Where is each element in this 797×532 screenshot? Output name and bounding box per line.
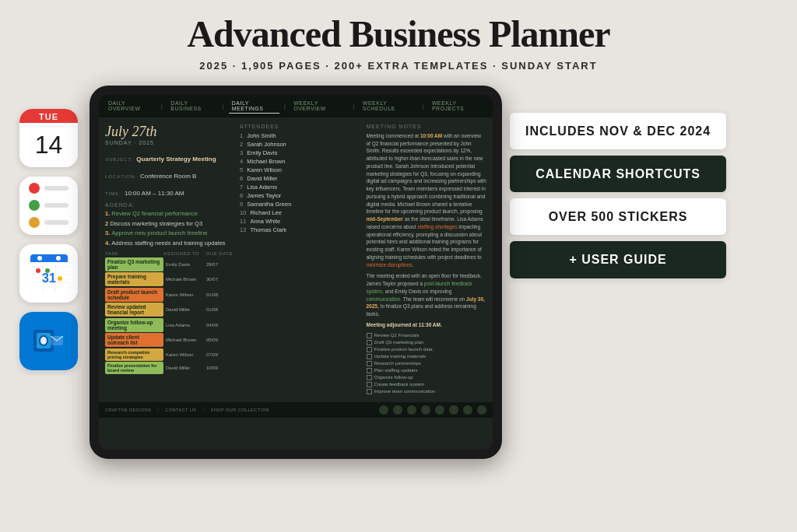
svg-text:31: 31 [42, 271, 56, 285]
header: Advanced Business Planner 2025 · 1,905 P… [0, 0, 797, 78]
attendee-8: 8 James Taylor [240, 192, 360, 199]
task-row: Finalize presentation for board review D… [105, 362, 233, 374]
task-row: Research competitor pricing strategies K… [105, 348, 233, 361]
agenda-4: 4. Address staffing needs and training u… [105, 240, 233, 247]
notes-text: Meeting commenced at 10:00 AM with an ov… [367, 132, 487, 269]
agenda-1: 1. Review Q2 financial performance [105, 210, 233, 218]
location-row: LOCATION: Conference Room B [105, 167, 233, 181]
apple-calendar-icon[interactable]: TUE 14 [19, 109, 78, 167]
subject-row: SUBJECT: Quarterly Strategy Meeting [105, 150, 233, 164]
notes-text-3: Meeting adjourned at 11:30 AM. [367, 321, 487, 329]
notes-text-2: The meeting ended with an open floor for… [367, 272, 487, 318]
right-badges: INCLUDES NOV & DEC 2024 CALENDAR SHORTCU… [510, 86, 726, 278]
location-label: LOCATION: [105, 174, 137, 179]
attendees-title: ATTENDEES [240, 124, 360, 129]
badge-stickers: OVER 500 STICKERS [510, 198, 726, 235]
location-value: Conference Room B [140, 173, 196, 180]
footer-icons [379, 405, 486, 415]
nav-weekly-projects[interactable]: WEEKLY PROJECTS [429, 99, 486, 113]
calendar-day-number: 14 [19, 123, 78, 167]
svg-rect-9 [30, 258, 68, 262]
svg-point-14 [37, 256, 42, 261]
attendee-4: 4 Michael Brown [240, 158, 360, 165]
badge-nov-dec-text: INCLUDES NOV & DEC 2024 [525, 124, 711, 138]
outlook-icon[interactable] [19, 312, 78, 370]
task-row: Prepare training materials Michael Brown… [105, 272, 233, 286]
tablet-date-sub: SUNDAY · 2025 [105, 140, 233, 145]
attendee-6: 6 David Miller [240, 175, 360, 182]
nav-daily-overview[interactable]: DAILY OVERVIEW [105, 99, 156, 113]
time-row: TIME: 10:00 AM – 11:30 AM [105, 184, 233, 198]
task-row: Review updated financial report David Mi… [105, 303, 233, 317]
agenda-2: 2 Discuss marketing strategies for Q3 [105, 220, 233, 228]
task-header-task: TASK [105, 251, 163, 256]
tablet-nav: DAILY OVERVIEW | DAILY BUSINESS | DAILY … [99, 95, 493, 117]
right-panel: MEETING NOTES Meeting commenced at 10:00… [367, 124, 487, 396]
agenda-3: 3. Approve new product launch timeline [105, 229, 233, 237]
notes-title: MEETING NOTES [367, 124, 487, 129]
footer-icon-7[interactable] [463, 405, 472, 415]
task-row: Finalize Q3 marketing plan Emily Davis 2… [105, 257, 233, 271]
svg-point-13 [58, 276, 62, 281]
badge-user-guide-text: + USER GUIDE [525, 252, 711, 267]
attendee-9: 9 Samantha Green [240, 201, 360, 208]
task-header-date: DUE DATE [206, 251, 233, 256]
attendee-1: 1 John Smith [240, 132, 360, 139]
task-row: Organize follow-up meeting Lisa Adams 04… [105, 318, 233, 332]
badge-user-guide: + USER GUIDE [510, 241, 726, 278]
attendee-11: 11 Anna White [240, 218, 360, 225]
footer-icon-5[interactable] [435, 405, 444, 415]
svg-point-11 [36, 268, 40, 273]
badge-nov-dec: INCLUDES NOV & DEC 2024 [510, 113, 726, 149]
attendee-5: 5 Karen Wilson [240, 166, 360, 173]
main-title: Advanced Business Planner [0, 14, 797, 55]
attendee-7: 7 Lisa Adams [240, 184, 360, 191]
nav-separator: | [158, 102, 166, 110]
svg-point-19 [40, 337, 47, 345]
agenda-title: AGENDA: [105, 202, 233, 208]
attendee-3: 3 Emily Davis [240, 149, 360, 156]
tablet-footer: CRAFTAN DESIGNS | CONTACT US | SHOP OUR … [99, 402, 493, 418]
badge-calendar-shortcuts-text: CALENDAR SHORTCUTS [525, 166, 711, 181]
left-icons-column: TUE 14 [16, 86, 82, 370]
attendee-10: 10 Richard Lee [240, 209, 360, 216]
main-content: TUE 14 [0, 86, 797, 459]
footer-icon-4[interactable] [421, 405, 430, 415]
subject-value: Quarterly Strategy Meeting [136, 156, 216, 163]
tablet-date: July 27th [105, 124, 233, 140]
footer-icon-2[interactable] [393, 405, 402, 415]
left-panel: July 27th SUNDAY · 2025 SUBJECT: Quarter… [105, 124, 233, 396]
badge-stickers-text: OVER 500 STICKERS [525, 209, 711, 224]
task-header-person: ASSIGNED TO [163, 251, 206, 256]
footer-link-2[interactable]: CONTACT US [165, 408, 196, 412]
nav-daily-business[interactable]: DAILY BUSINESS [167, 99, 217, 113]
task-row: Update client outreach list Michael Brow… [105, 333, 233, 347]
google-calendar-icon[interactable]: 31 [19, 244, 78, 303]
footer-icon-3[interactable] [407, 405, 416, 415]
nav-daily-meetings[interactable]: DAILY MEETINGS [229, 99, 279, 114]
footer-icon-1[interactable] [379, 405, 388, 415]
footer-link-3[interactable]: SHOP OUR COLLECTION [210, 408, 269, 412]
tablet-frame: DAILY OVERVIEW | DAILY BUSINESS | DAILY … [90, 86, 502, 459]
badge-calendar-shortcuts: CALENDAR SHORTCUTS [510, 156, 726, 192]
time-value: 10:00 AM – 11:30 AM [125, 190, 184, 197]
subject-label: SUBJECT: [105, 157, 133, 162]
attendee-12: 12 Thomas Clark [240, 226, 360, 233]
footer-links: CRAFTAN DESIGNS | CONTACT US | SHOP OUR … [105, 408, 269, 412]
time-label: TIME: [105, 191, 121, 196]
footer-link-1[interactable]: CRAFTAN DESIGNS [105, 408, 151, 412]
nav-weekly-overview[interactable]: WEEKLY OVERVIEW [290, 99, 348, 113]
middle-panel: ATTENDEES 1 John Smith 2 Sarah Johnson 3… [240, 124, 360, 396]
task-table: TASK ASSIGNED TO DUE DATE Finalize Q3 ma… [105, 251, 233, 375]
task-row: Draft product launch schedule Karen Wils… [105, 288, 233, 302]
nav-weekly-schedule[interactable]: WEEKLY SCHEDULE [360, 99, 418, 113]
checklist: Review Q2 Financials Draft Q3 marketing … [367, 333, 487, 394]
subtitle-bar: 2025 · 1,905 PAGES · 200+ EXTRA TEMPLATE… [0, 60, 797, 72]
calendar-day-label: TUE [19, 109, 78, 123]
attendee-2: 2 Sarah Johnson [240, 141, 360, 148]
reminders-icon[interactable] [19, 177, 78, 235]
footer-icon-6[interactable] [449, 405, 458, 415]
svg-point-12 [45, 268, 50, 273]
footer-icon-8[interactable] [477, 405, 486, 415]
svg-point-15 [56, 256, 61, 261]
